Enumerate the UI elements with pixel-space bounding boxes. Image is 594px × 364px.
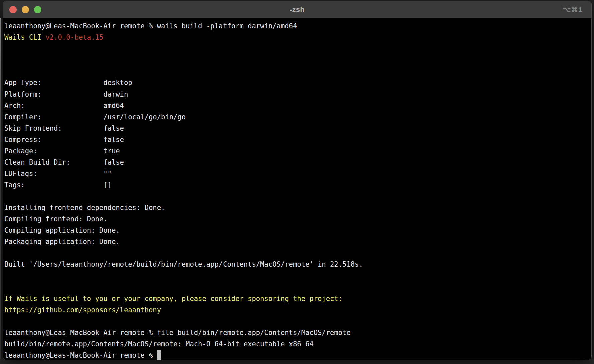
terminal-line (4, 66, 589, 77)
terminal-text-segment: Compress: false (4, 136, 124, 144)
terminal-text-segment: Compiling frontend: Done. (4, 215, 108, 223)
terminal-text-segment: leaanthony@Leas-MacBook-Air remote % wai… (4, 22, 297, 30)
window-titlebar[interactable]: -zsh ⌥⌘1 (3, 1, 591, 18)
terminal-text-segment: v2.0.0-beta.15 (45, 33, 103, 41)
terminal-line: App Type: desktop (4, 77, 589, 88)
terminal-line: If Wails is useful to you or your compan… (4, 293, 589, 304)
terminal-text-segment: Packaging application: Done. (4, 238, 120, 246)
terminal-line: Platform: darwin (4, 88, 589, 100)
terminal-cursor (157, 350, 161, 360)
terminal-line: Compiling frontend: Done. (4, 213, 589, 225)
terminal-line: Package: true (4, 145, 589, 157)
terminal-line: Built '/Users/leaanthony/remote/build/bi… (4, 259, 589, 270)
terminal-text-segment: leaanthony@Leas-MacBook-Air remote % (4, 351, 157, 359)
terminal-output[interactable]: leaanthony@Leas-MacBook-Air remote % wai… (3, 18, 591, 360)
terminal-text-segment: Wails CLI (4, 33, 45, 41)
terminal-line (4, 282, 589, 293)
terminal-text-segment: Installing frontend dependencies: Done. (4, 204, 165, 212)
terminal-line: Clean Build Dir: false (4, 157, 589, 168)
terminal-text-segment: If Wails is useful to you or your compan… (4, 295, 342, 303)
terminal-line (4, 191, 589, 202)
terminal-line: Packaging application: Done. (4, 236, 589, 247)
terminal-line (4, 316, 589, 327)
minimize-button[interactable] (22, 6, 29, 13)
terminal-line: Compress: false (4, 134, 589, 145)
terminal-text-segment: LDFlags: "" (4, 170, 112, 178)
terminal-text-segment: https://github.com/sponsors/leaanthony (4, 306, 161, 314)
terminal-line: Installing frontend dependencies: Done. (4, 202, 589, 213)
terminal-text-segment: Clean Build Dir: false (4, 158, 124, 166)
terminal-text-segment: Compiler: /usr/local/go/bin/go (4, 113, 186, 121)
terminal-line: Wails CLI v2.0.0-beta.15 (4, 32, 589, 43)
background-window-sliver (0, 18, 1, 359)
traffic-lights (3, 6, 41, 13)
terminal-text-segment: leaanthony@Leas-MacBook-Air remote % fil… (4, 329, 351, 337)
terminal-text-segment: App Type: desktop (4, 79, 132, 87)
terminal-line: build/bin/remote.app/Contents/MacOS/remo… (4, 338, 589, 350)
terminal-window: -zsh ⌥⌘1 leaanthony@Leas-MacBook-Air rem… (3, 1, 592, 360)
terminal-line (4, 43, 589, 54)
terminal-text-segment: Package: true (4, 147, 120, 155)
terminal-line: https://github.com/sponsors/leaanthony (4, 304, 589, 316)
terminal-line (4, 270, 589, 282)
terminal-line: Compiling application: Done. (4, 225, 589, 236)
terminal-line: Tags: [] (4, 179, 589, 191)
close-button[interactable] (9, 6, 17, 13)
zoom-button[interactable] (34, 6, 41, 13)
terminal-text-segment: Tags: [] (4, 181, 112, 189)
terminal-line: LDFlags: "" (4, 168, 589, 179)
terminal-text-segment: Platform: darwin (4, 90, 128, 98)
terminal-line: Skip Frontend: false (4, 123, 589, 134)
terminal-text-segment: Compiling application: Done. (4, 226, 120, 234)
terminal-line: Arch: amd64 (4, 100, 589, 111)
window-shortcut-badge: ⌥⌘1 (563, 6, 583, 14)
terminal-line: leaanthony@Leas-MacBook-Air remote % fil… (4, 327, 589, 338)
terminal-line (4, 247, 589, 259)
terminal-text-segment: Arch: amd64 (4, 102, 124, 110)
window-title: -zsh (3, 5, 591, 14)
terminal-text-segment: build/bin/remote.app/Contents/MacOS/remo… (4, 340, 314, 348)
terminal-line: leaanthony@Leas-MacBook-Air remote % (4, 350, 589, 360)
terminal-text-segment: Skip Frontend: false (4, 124, 124, 132)
terminal-line (4, 54, 589, 66)
terminal-text-segment: Built '/Users/leaanthony/remote/build/bi… (4, 260, 363, 268)
terminal-line: leaanthony@Leas-MacBook-Air remote % wai… (4, 20, 589, 32)
terminal-line: Compiler: /usr/local/go/bin/go (4, 111, 589, 123)
